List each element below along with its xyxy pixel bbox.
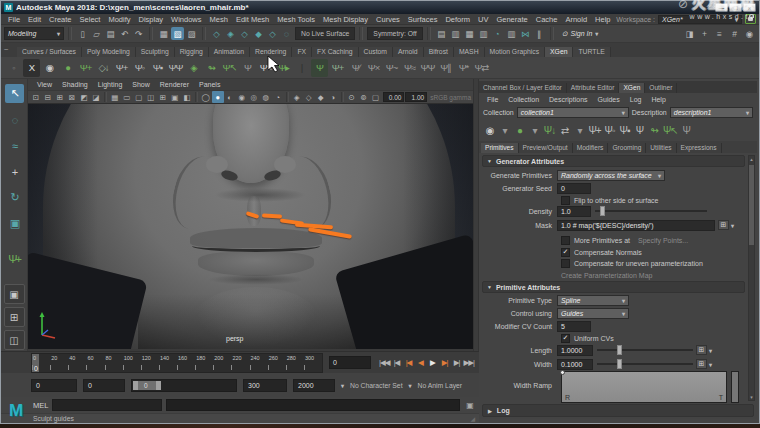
- playback-end-field[interactable]: 300: [243, 379, 287, 392]
- export-selection-icon[interactable]: ◇↓: [95, 59, 112, 77]
- lock-workspace-icon[interactable]: [745, 14, 756, 24]
- shelf-overflow-icon[interactable]: ◦: [5, 59, 22, 77]
- chevron-down-icon[interactable]: ▾: [709, 361, 712, 368]
- image-plane-icon[interactable]: ◩: [78, 91, 90, 103]
- safe-action-icon[interactable]: ▣: [169, 91, 181, 103]
- xgen-preview-toggle-icon[interactable]: ◉: [41, 59, 58, 77]
- menu-edit-mesh[interactable]: Edit Mesh: [232, 15, 273, 24]
- grass-export-icon[interactable]: Ψ▸: [275, 59, 292, 77]
- create-parameterization-map-button[interactable]: Create Parameterization Map: [561, 272, 652, 279]
- paint-select-tool-icon[interactable]: ≈: [5, 136, 24, 155]
- new-scene-icon[interactable]: ▯: [76, 27, 89, 40]
- status-divider[interactable]: [359, 27, 363, 40]
- menu-help[interactable]: Help: [591, 15, 614, 24]
- range-slider[interactable]: 0: [131, 379, 237, 392]
- status-divider[interactable]: [68, 27, 72, 40]
- slider-handle[interactable]: [600, 206, 605, 216]
- shelf-tab-bifrost[interactable]: Bifrost: [424, 47, 454, 57]
- shadows-icon[interactable]: ◎: [248, 91, 260, 103]
- xgen-menu-help[interactable]: Help: [646, 96, 670, 103]
- animation-start-field[interactable]: 0: [31, 379, 77, 392]
- status-divider[interactable]: [149, 27, 153, 40]
- textured-icon[interactable]: ◐: [224, 91, 236, 103]
- lighting-toggle-icon[interactable]: ⊙: [346, 91, 358, 103]
- compensate-normals-checkbox[interactable]: ✓: [561, 248, 570, 257]
- chevron-down-icon[interactable]: ▾: [409, 382, 412, 389]
- map-button[interactable]: ⊞: [696, 359, 707, 369]
- menu-mesh-tools[interactable]: Mesh Tools: [273, 15, 319, 24]
- menu-cache[interactable]: Cache: [532, 15, 562, 24]
- ramp-point[interactable]: [560, 370, 565, 375]
- tab-channel-box-layer-editor[interactable]: Channel Box / Layer Editor: [479, 83, 567, 93]
- lock-description-icon[interactable]: Ψ▪: [149, 59, 166, 77]
- snap-curve-icon[interactable]: ◈: [224, 27, 237, 40]
- generator-attributes-header[interactable]: ▼ Generator Attributes: [482, 155, 745, 167]
- export-patches-icon[interactable]: Ψ↓: [543, 121, 556, 139]
- camera-label[interactable]: persp: [226, 335, 244, 342]
- xray-icon[interactable]: ◇: [303, 91, 315, 103]
- smooth-shade-icon[interactable]: ●: [212, 91, 224, 103]
- shelf-tab-mash[interactable]: MASH: [454, 47, 485, 57]
- snap-projected-center-icon[interactable]: ◆: [252, 27, 265, 40]
- safe-title-icon[interactable]: ◧: [181, 91, 193, 103]
- menu-display[interactable]: Display: [135, 15, 168, 24]
- panel-menu-panels[interactable]: Panels: [194, 81, 225, 88]
- shelf-tab-custom[interactable]: Custom: [359, 47, 393, 57]
- shelf-tab-animation[interactable]: Animation: [209, 47, 250, 57]
- gate-mask-icon[interactable]: ◫: [145, 91, 157, 103]
- scrollbar-thumb[interactable]: [749, 165, 754, 245]
- uniform-cvs-checkbox[interactable]: ✓: [561, 334, 570, 343]
- guides-icon[interactable]: ΨΨ: [167, 59, 184, 77]
- xgen-tab-utilities[interactable]: Utilities: [646, 143, 676, 153]
- shelf-tab-poly-modeling[interactable]: Poly Modeling: [82, 47, 136, 57]
- play-backwards-button[interactable]: ◀: [415, 358, 425, 367]
- xgen-tab-modifiers[interactable]: Modifiers: [573, 143, 609, 153]
- shelf-tab-turtle[interactable]: TURTLE: [573, 47, 610, 57]
- exposure-icon[interactable]: ◑: [327, 91, 339, 103]
- primitive-attributes-header[interactable]: ▼ Primitive Attributes: [482, 281, 745, 293]
- chevron-down-icon[interactable]: ▾: [709, 347, 712, 354]
- lasso-tool-icon[interactable]: ◌: [5, 110, 24, 129]
- igs-mirror-icon[interactable]: Ψ⇄: [473, 59, 490, 77]
- pause-viewport-icon[interactable]: ∥: [533, 27, 546, 40]
- render-settings-icon[interactable]: ▥: [477, 27, 490, 40]
- menu-generate[interactable]: Generate: [492, 15, 531, 24]
- map-button[interactable]: ⊞: [696, 345, 707, 355]
- ambient-occlusion-icon[interactable]: ◍: [260, 91, 272, 103]
- isolate-select-icon[interactable]: ◈: [291, 91, 303, 103]
- width-ramp-widget[interactable]: R T: [561, 371, 727, 403]
- generator-seed-field[interactable]: 0: [557, 183, 591, 194]
- xgen-tab-expressions[interactable]: Expressions: [677, 143, 722, 153]
- control-using-dropdown[interactable]: Guides ▾: [557, 308, 629, 319]
- sign-in-button[interactable]: ⊙ Sign In ▾: [558, 30, 603, 38]
- panel-menu-view[interactable]: View: [32, 81, 57, 88]
- command-result[interactable]: [166, 399, 460, 411]
- map-button[interactable]: ⊞: [718, 220, 729, 230]
- width-slider[interactable]: [597, 363, 693, 365]
- tab-outliner[interactable]: Outliner: [645, 83, 677, 93]
- igs-clump-icon[interactable]: ΨΨ: [419, 59, 436, 77]
- snap-point-icon[interactable]: ◇: [238, 27, 251, 40]
- maximize-button[interactable]: □: [729, 3, 742, 12]
- layout-two-pane-icon[interactable]: ◫: [4, 330, 25, 350]
- attach-loop-icon[interactable]: ↬: [203, 59, 220, 77]
- shelf-divider[interactable]: |: [293, 59, 310, 77]
- log-section-header[interactable]: ▶ Log: [482, 404, 754, 417]
- step-back-key-button[interactable]: |◀: [403, 358, 413, 367]
- shelf-tab-curves-surfaces[interactable]: Curves / Surfaces: [17, 47, 82, 57]
- save-scene-icon[interactable]: ▤: [104, 27, 117, 40]
- shadow-toggle-icon[interactable]: ⊚: [358, 91, 370, 103]
- playback-start-field[interactable]: 0: [83, 379, 125, 392]
- character-set-selector[interactable]: No Character Set: [350, 382, 403, 389]
- specify-points-button[interactable]: Specify Points...: [638, 237, 688, 244]
- menu-uv[interactable]: UV: [474, 15, 492, 24]
- slider-handle[interactable]: [617, 359, 622, 369]
- snap-view-plane-icon[interactable]: ◇: [266, 27, 279, 40]
- modeling-toolkit-icon[interactable]: ◨: [683, 27, 696, 40]
- length-slider[interactable]: [597, 349, 693, 351]
- resolution-gate-icon[interactable]: ▢: [133, 91, 145, 103]
- menu-select[interactable]: Select: [76, 15, 105, 24]
- menu-create[interactable]: Create: [45, 15, 76, 24]
- shelf-tab-sculpting[interactable]: Sculpting: [136, 47, 175, 57]
- resize-grip-icon[interactable]: ◢: [470, 415, 475, 422]
